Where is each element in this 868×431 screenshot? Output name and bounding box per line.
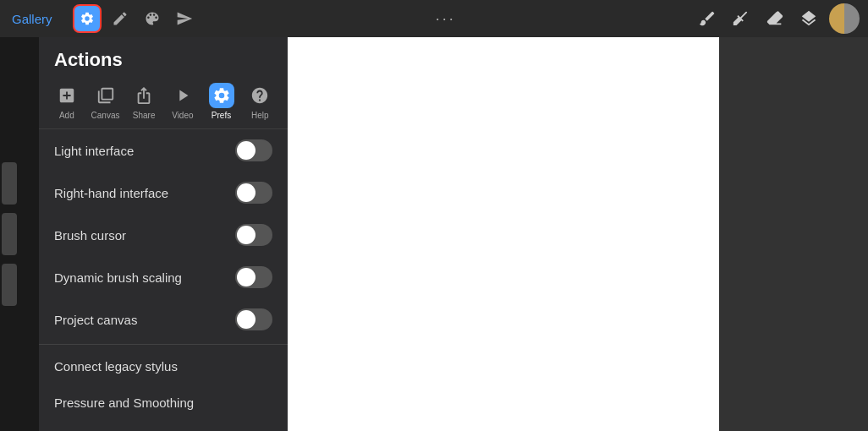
tab-video-label: Video [172,111,193,120]
toggle-brush-cursor-label: Brush cursor [54,228,126,243]
tab-video[interactable]: Video [163,83,202,120]
side-panel [0,37,19,431]
toolbar-center: ··· [198,10,694,28]
toggle-right-hand-thumb [237,183,255,202]
toggle-light-interface-label: Light interface [54,144,134,158]
gallery-button[interactable]: Gallery [0,12,64,26]
eraser-tool-icon[interactable] [761,5,788,32]
toggle-dynamic-brush-thumb [237,268,255,286]
pen-tool-icon[interactable] [728,5,755,32]
toggle-project-canvas-switch[interactable] [235,308,272,330]
toggle-project-canvas-label: Project canvas [54,313,137,327]
tab-video-icon [170,83,195,108]
tool-send[interactable] [171,5,198,32]
tab-prefs[interactable]: Prefs [202,83,241,120]
link-gesture-controls[interactable]: Gesture controls [39,421,288,431]
canvas-area [288,37,868,431]
link-pressure-smoothing[interactable]: Pressure and Smoothing [39,385,288,421]
toggle-right-hand-label: Right-hand interface [54,186,168,200]
toggle-dynamic-brush[interactable]: Dynamic brush scaling [39,256,288,298]
toggle-brush-cursor-thumb [237,226,255,244]
toolbar-icons-left [64,4,198,33]
tab-share-label: Share [133,111,156,120]
tab-prefs-icon [209,83,234,108]
section-divider-1 [39,344,288,345]
toggle-project-canvas-thumb [237,310,255,329]
color-picker[interactable] [829,3,860,34]
tab-add-icon [54,83,80,108]
active-tool-button[interactable] [73,4,102,33]
toggle-brush-cursor[interactable]: Brush cursor [39,214,288,256]
toggle-right-hand-switch[interactable] [235,182,272,204]
tab-canvas-label: Canvas [91,111,120,120]
tab-canvas-icon [93,83,118,108]
brush-tool-icon[interactable] [694,5,721,32]
tab-share[interactable]: Share [124,83,163,120]
toggle-light-interface-switch[interactable] [235,139,272,161]
toggle-light-interface-thumb [237,141,255,160]
link-pressure-smoothing-label: Pressure and Smoothing [54,396,194,410]
tab-canvas[interactable]: Canvas [86,83,125,120]
canvas-white [288,37,719,431]
toggle-right-hand[interactable]: Right-hand interface [39,172,288,214]
toolbar-right [694,3,868,34]
tool-pencil[interactable] [107,5,134,32]
tab-add[interactable]: Add [47,83,86,120]
tab-add-label: Add [59,111,74,120]
tab-bar: Add Canvas Share Video [39,79,288,128]
more-options[interactable]: ··· [436,10,456,28]
side-button-2[interactable] [2,213,17,255]
side-button-3[interactable] [2,264,17,306]
toggle-light-interface[interactable]: Light interface [39,129,288,172]
tool-stylize[interactable] [139,5,166,32]
toggle-project-canvas[interactable]: Project canvas [39,298,288,341]
link-connect-stylus-label: Connect legacy stylus [54,359,178,374]
actions-panel: Actions Add Canvas Sh [39,37,288,431]
actions-title: Actions [39,37,288,79]
link-connect-stylus[interactable]: Connect legacy stylus [39,348,288,385]
tab-share-icon [131,83,157,108]
toggle-dynamic-brush-switch[interactable] [235,266,272,288]
canvas-dark-right [719,37,868,431]
side-button-1[interactable] [2,162,17,205]
tab-help-label: Help [251,111,269,120]
toggle-brush-cursor-switch[interactable] [235,224,272,246]
top-toolbar: Gallery ··· [0,0,868,37]
toggle-dynamic-brush-label: Dynamic brush scaling [54,270,182,285]
tab-help-icon [247,83,272,108]
tab-prefs-label: Prefs [212,111,231,120]
layers-icon[interactable] [795,5,822,32]
tab-help[interactable]: Help [240,83,279,120]
